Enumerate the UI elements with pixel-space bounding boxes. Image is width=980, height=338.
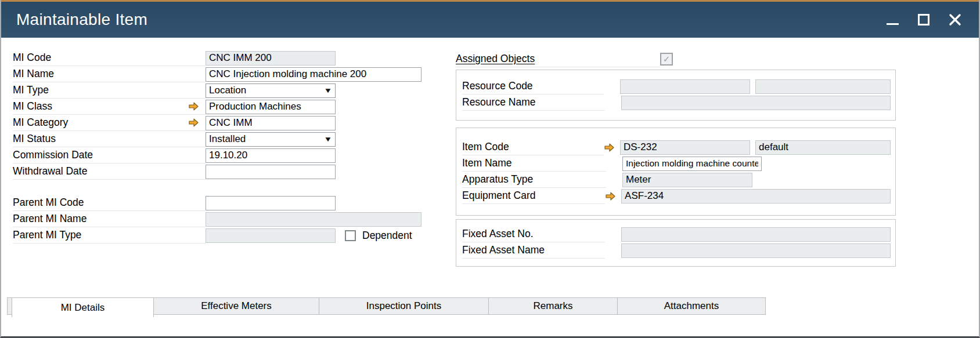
commission-date-label: Commission Date: [13, 149, 93, 161]
item-name-row: Item Name: [462, 155, 891, 172]
tab-inspection-points[interactable]: Inspection Points: [319, 297, 489, 315]
parent-mi-name-label: Parent MI Name: [13, 213, 87, 225]
fixed-asset-name-row: Fixed Asset Name: [462, 242, 891, 259]
resource-code-row: Resource Code: [462, 78, 891, 95]
tab-label: Effective Meters: [201, 300, 272, 312]
mi-name-input[interactable]: [206, 67, 421, 82]
link-arrow-icon[interactable]: [605, 191, 616, 201]
parent-mi-name-input: [206, 212, 421, 227]
mi-name-label: MI Name: [13, 68, 54, 80]
checkmark-icon: ✓: [663, 54, 671, 64]
apparatus-type-row: Apparatus Type: [462, 172, 891, 188]
minimize-button[interactable]: [885, 12, 900, 27]
titlebar: Maintainable Item: [1, 2, 979, 38]
dependent-checkbox[interactable]: [345, 230, 356, 241]
resource-code-input: [620, 79, 750, 94]
mi-status-value: Installed: [209, 133, 246, 145]
left-form: MI Code MI Name MI Type Location ▼ MI Cl…: [13, 50, 442, 243]
assigned-objects-link[interactable]: Assigned Objects: [456, 53, 535, 65]
commission-date-input[interactable]: [206, 148, 336, 163]
item-name-label: Item Name: [462, 157, 512, 169]
parent-mi-type-input: [206, 228, 336, 243]
link-arrow-icon[interactable]: [188, 101, 199, 111]
form-row-parent-mi-code: Parent MI Code: [13, 195, 442, 211]
close-button[interactable]: [947, 12, 963, 27]
tab-strip-stub: [7, 297, 12, 315]
tab-remarks[interactable]: Remarks: [489, 297, 618, 315]
tab-effective-meters[interactable]: Effective Meters: [154, 297, 319, 315]
form-row-parent-mi-name: Parent MI Name: [13, 211, 442, 227]
assigned-objects-checkbox: ✓: [660, 53, 673, 66]
parent-mi-code-input[interactable]: [206, 196, 336, 210]
item-name-input[interactable]: [622, 157, 762, 171]
minimize-icon: [887, 23, 899, 25]
form-row-parent-mi-type: Parent MI Type Dependent: [13, 227, 442, 243]
fixed-asset-no-label: Fixed Asset No.: [462, 228, 534, 240]
window-controls: [885, 12, 963, 27]
dropdown-arrow-icon: ▼: [324, 136, 333, 143]
mi-category-input[interactable]: [206, 116, 336, 130]
mi-type-dropdown[interactable]: Location ▼: [206, 83, 336, 98]
form-row-mi-category: MI Category: [13, 115, 442, 131]
form-row-commission-date: Commission Date: [13, 147, 442, 163]
apparatus-type-input: [622, 173, 752, 187]
parent-mi-type-label: Parent MI Type: [13, 229, 81, 241]
withdrawal-date-label: Withdrawal Date: [13, 165, 87, 177]
tab-attachments[interactable]: Attachments: [618, 297, 766, 315]
tab-strip: MI Details Effective Meters Inspection P…: [7, 297, 766, 317]
mi-status-label: MI Status: [13, 133, 56, 145]
item-code-row: Item Code: [462, 139, 891, 155]
maximize-button[interactable]: [916, 12, 931, 27]
fixed-asset-name-input: [621, 243, 891, 258]
mi-category-label: MI Category: [13, 117, 68, 129]
mi-code-label: MI Code: [13, 52, 51, 64]
right-form-header: Assigned Objects ✓: [456, 51, 896, 67]
maximize-icon: [918, 14, 929, 26]
section-gap: [13, 180, 442, 195]
resource-group-box: Resource Code Resource Name: [456, 70, 896, 121]
resource-name-label: Resource Name: [462, 96, 535, 108]
mi-type-label: MI Type: [13, 84, 49, 96]
tab-label: Inspection Points: [366, 300, 441, 312]
tab-label: Attachments: [664, 300, 719, 312]
tab-mi-details[interactable]: MI Details: [12, 297, 154, 317]
resource-name-row: Resource Name: [462, 95, 891, 111]
link-arrow-icon[interactable]: [604, 143, 615, 152]
fixed-asset-no-input: [621, 227, 891, 242]
fixed-asset-name-label: Fixed Asset Name: [462, 244, 545, 256]
withdrawal-date-input[interactable]: [206, 165, 336, 179]
mi-status-dropdown[interactable]: Installed ▼: [206, 132, 336, 147]
equipment-card-input: [621, 189, 891, 203]
tab-label: MI Details: [61, 302, 105, 314]
fixed-asset-no-row: Fixed Asset No.: [462, 226, 891, 242]
form-row-mi-name: MI Name: [13, 66, 442, 82]
form-row-mi-class: MI Class: [13, 99, 442, 115]
maintainable-item-window: Maintainable Item MI Code MI Name: [0, 0, 980, 338]
item-code-input: [620, 140, 750, 155]
resource-code-input-2: [755, 79, 891, 94]
dependent-checkbox-group: Dependent: [345, 230, 412, 242]
resource-name-input: [621, 96, 891, 110]
form-row-mi-code: MI Code: [13, 50, 442, 66]
link-arrow-icon[interactable]: [188, 118, 199, 128]
equipment-card-label: Equipment Card: [462, 190, 535, 202]
item-group-box: Item Code Item Name Apparatus Type Equip…: [456, 128, 896, 216]
mi-code-input: [206, 51, 336, 66]
mi-class-input[interactable]: [206, 100, 336, 114]
item-code-label: Item Code: [462, 141, 509, 153]
apparatus-type-label: Apparatus Type: [462, 173, 533, 186]
dependent-label: Dependent: [362, 230, 412, 242]
form-row-mi-type: MI Type Location ▼: [13, 82, 442, 99]
form-row-mi-status: MI Status Installed ▼: [13, 131, 442, 147]
equipment-card-row: Equipment Card: [462, 188, 891, 204]
mi-type-value: Location: [209, 85, 246, 96]
tab-label: Remarks: [533, 300, 572, 312]
resource-code-label: Resource Code: [462, 80, 533, 92]
close-icon: [948, 13, 962, 27]
mi-class-label: MI Class: [13, 100, 52, 112]
item-code-input-2: [755, 140, 891, 155]
parent-mi-code-label: Parent MI Code: [13, 197, 84, 209]
dropdown-arrow-icon: ▼: [324, 87, 333, 94]
fixed-asset-group-box: Fixed Asset No. Fixed Asset Name: [456, 219, 896, 267]
assigned-objects-row: Assigned Objects ✓: [456, 51, 896, 67]
